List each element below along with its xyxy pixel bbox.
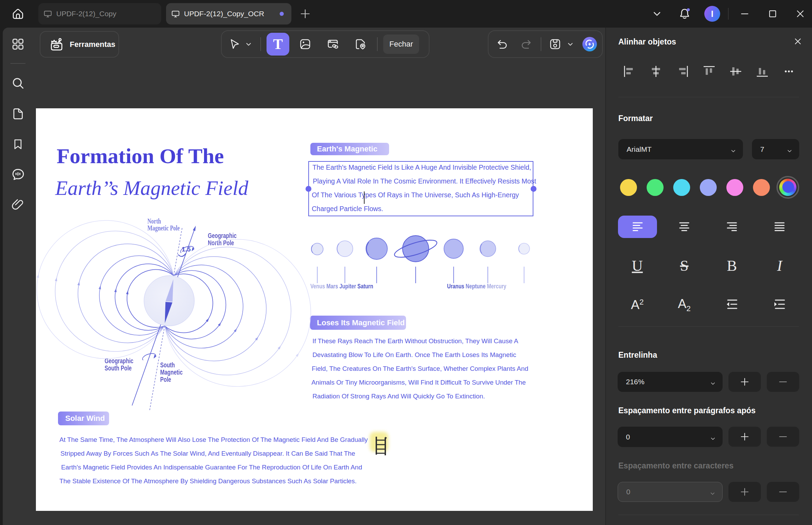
text-align-right-icon (725, 220, 739, 234)
textbox-resize-handle-right[interactable] (531, 186, 536, 192)
character-spacing-decrease-button[interactable] (767, 482, 799, 502)
history-save-group (488, 30, 603, 58)
close-window-button[interactable] (793, 7, 808, 21)
link-tool-button[interactable] (325, 36, 341, 52)
align-objects-middle-button[interactable] (729, 65, 742, 78)
align-objects-more-button[interactable] (783, 65, 795, 78)
workspace-area: Ferramentas T (3, 28, 605, 525)
save-options-dropdown[interactable] (566, 36, 575, 52)
color-wheel-picker[interactable] (776, 176, 799, 199)
chevron-down-icon (710, 435, 716, 443)
planet-label-mars: Mars (327, 283, 338, 290)
toolbar-separator (377, 37, 378, 51)
sidebar-item-comments[interactable] (8, 164, 28, 185)
sidebar-item-thumbnails[interactable] (8, 34, 28, 55)
para1-line: Playing A Vital Role In The Cosmic Envir… (313, 177, 536, 185)
planet-tick (415, 267, 416, 283)
text-align-center-button[interactable] (665, 216, 704, 238)
paragraph-spacing-label: Espaçamento entre parágrafos após (618, 406, 756, 415)
paragraph-spacing-decrease-button[interactable] (767, 427, 799, 447)
strikethrough-button[interactable]: S (680, 257, 688, 275)
select-tool-button[interactable] (226, 36, 243, 52)
new-tab-button[interactable] (298, 6, 313, 21)
select-tool-dropdown[interactable] (244, 36, 253, 52)
document-tab-copy[interactable]: UPDF-2(12)_Copy (38, 3, 161, 24)
line-spacing-increase-button[interactable] (728, 372, 761, 392)
panel-close-button[interactable] (793, 37, 803, 46)
textbox-resize-handle-left[interactable] (306, 186, 311, 192)
subscript-base: A (678, 297, 687, 311)
color-swatch-green[interactable] (647, 179, 664, 196)
pdf-page[interactable]: Formation Of The Earth’’s Magnetic Field… (36, 108, 593, 511)
stamp-tool-button[interactable] (352, 36, 369, 52)
image-icon (299, 38, 312, 51)
bookmark-icon (11, 138, 25, 151)
magnetic-field-diagram (36, 207, 316, 421)
text-align-right-button[interactable] (712, 216, 751, 238)
align-objects-bottom-button[interactable] (756, 65, 768, 78)
font-family-select[interactable]: ArialMT (618, 139, 743, 159)
color-wheel-icon (779, 179, 796, 196)
line-spacing-decrease-button[interactable] (767, 372, 799, 392)
planet-mercury (519, 243, 530, 254)
subscript-button[interactable]: A2 (678, 297, 691, 313)
chevron-down-icon (710, 489, 715, 498)
ladder-annotation[interactable] (375, 436, 387, 455)
decrease-indent-button[interactable] (725, 297, 739, 313)
collapse-toolbar-button[interactable] (650, 7, 664, 21)
text-tool-button-active[interactable]: T (267, 33, 289, 56)
sidebar-item-bookmarks[interactable] (8, 134, 28, 155)
color-swatch-cyan[interactable] (673, 179, 690, 196)
planet-uranus (444, 239, 463, 258)
image-tool-button[interactable] (297, 36, 313, 52)
color-swatch-periwinkle[interactable] (700, 179, 717, 196)
document-tab-copy-ocr-active[interactable]: UPDF-2(12)_Copy_OCR (166, 3, 291, 24)
notifications-button[interactable] (677, 7, 692, 21)
sidebar-item-search[interactable] (8, 73, 28, 93)
sidebar-item-attachments[interactable] (8, 194, 28, 215)
undo-button[interactable] (494, 36, 511, 52)
text-cursor (364, 191, 365, 204)
ai-assistant-button[interactable] (581, 36, 598, 52)
character-spacing-select-disabled[interactable]: 0 (618, 482, 723, 502)
bell-icon (678, 7, 692, 21)
paragraph-spacing-increase-button[interactable] (728, 427, 761, 447)
align-objects-top-button[interactable] (703, 65, 715, 78)
chevron-down-icon (787, 147, 792, 155)
underline-button[interactable]: U (632, 257, 643, 275)
text-align-left-button-active[interactable] (618, 216, 657, 238)
user-avatar[interactable]: I (704, 6, 720, 22)
close-edit-mode-button[interactable]: Fechar (383, 34, 419, 54)
color-swatch-yellow[interactable] (620, 179, 637, 196)
bold-button[interactable]: B (727, 257, 737, 275)
paragraph-spacing-select[interactable]: 0 (618, 427, 723, 447)
align-objects-left-button[interactable] (623, 65, 636, 78)
para2-line: Animals Or Tiny Microorganisms, Will Fin… (311, 379, 526, 386)
planet-tick (376, 267, 377, 283)
increase-indent-button[interactable] (773, 297, 786, 313)
notification-badge-dot (687, 8, 690, 11)
save-button[interactable] (547, 36, 563, 52)
superscript-button[interactable]: A2 (631, 298, 644, 312)
home-button[interactable] (9, 5, 27, 23)
character-spacing-increase-button[interactable] (728, 482, 761, 502)
redo-button-disabled[interactable] (518, 36, 534, 52)
tools-menu-button[interactable]: Ferramentas (40, 31, 119, 58)
plus-icon (740, 487, 749, 496)
sidebar-item-pages[interactable] (8, 103, 28, 124)
color-swatch-orange[interactable] (753, 179, 770, 196)
maximize-button[interactable] (765, 7, 780, 21)
line-spacing-select[interactable]: 216% (618, 372, 723, 392)
align-objects-center-button[interactable] (650, 65, 662, 78)
minimize-button[interactable] (737, 7, 752, 21)
align-objects-right-button[interactable] (676, 65, 689, 78)
panel-divider (618, 515, 799, 515)
toolbar-separator (260, 37, 261, 51)
font-size-select[interactable]: 7 (752, 139, 799, 159)
panel-divider (618, 97, 799, 97)
close-icon (793, 37, 802, 46)
text-align-justify-button[interactable] (760, 216, 799, 238)
color-swatch-pink[interactable] (726, 179, 743, 196)
italic-button[interactable]: I (777, 257, 782, 275)
text-align-center-icon (677, 220, 691, 234)
